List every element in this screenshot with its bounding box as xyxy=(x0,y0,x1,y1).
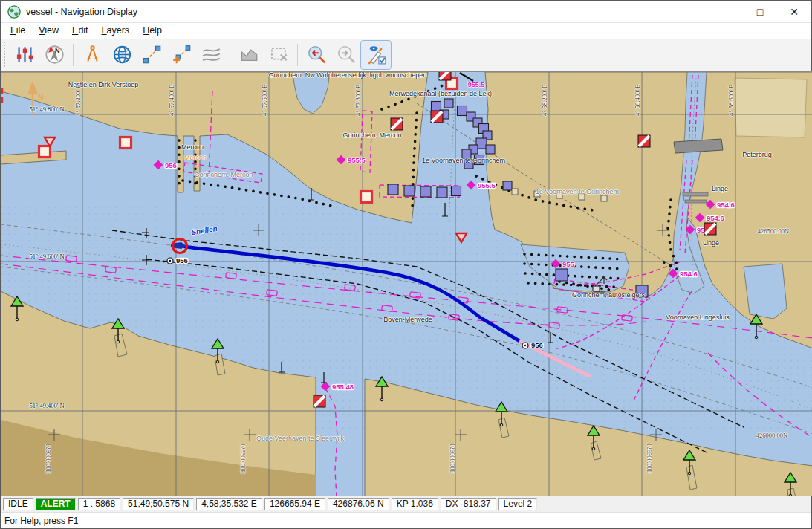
building-square xyxy=(404,186,415,196)
status-field: 426876.06 N xyxy=(328,498,389,510)
menu-item-view[interactable]: View xyxy=(32,24,65,37)
building-square xyxy=(458,106,467,115)
svg-text:955: 955 xyxy=(562,260,575,268)
zoom-previous-button[interactable] xyxy=(302,41,331,69)
white-square-mark xyxy=(361,191,372,202)
building-square xyxy=(636,285,648,297)
help-text: For Help, press F1 xyxy=(1,516,78,526)
menu-item-help[interactable]: Help xyxy=(136,24,169,37)
svg-text:954.6: 954.6 xyxy=(680,270,698,278)
visibility-edit-icon xyxy=(366,45,386,65)
km-circle-mark xyxy=(522,343,528,348)
menu-item-file[interactable]: File xyxy=(4,24,32,37)
striped-square-mark xyxy=(439,72,451,80)
zoom-next-button[interactable] xyxy=(331,41,361,69)
menu-bar: FileViewEditLayersHelp xyxy=(1,23,811,39)
svg-text:956: 956 xyxy=(165,161,177,169)
building-square xyxy=(420,186,431,197)
area-chart-icon xyxy=(239,45,259,65)
building-square xyxy=(556,269,568,281)
linge-lock-gate xyxy=(683,192,708,196)
nautical-chart: N 956955.5955.5954.6954.6954.6954.695595… xyxy=(1,72,812,496)
building-square xyxy=(437,187,447,198)
toolbar-separator xyxy=(230,44,230,66)
divider-caliper-icon xyxy=(82,45,103,65)
close-button[interactable]: ✕ xyxy=(777,1,811,22)
building-square xyxy=(503,181,512,190)
display-filter-button[interactable] xyxy=(361,41,391,69)
linge-lock-gate xyxy=(685,200,707,203)
dry-dock-yard xyxy=(735,78,807,137)
contour-lines-icon xyxy=(201,45,221,65)
toolbar-separator xyxy=(73,44,74,66)
lingesluis-basin xyxy=(744,264,787,319)
building-square xyxy=(486,145,495,154)
striped-square-mark xyxy=(704,223,716,235)
chart-canvas[interactable]: N 956955.5955.5954.6954.6954.6954.695595… xyxy=(1,71,812,496)
select-region-button[interactable] xyxy=(264,41,293,69)
minimize-button[interactable]: – xyxy=(709,1,743,22)
status-field: Level 2 xyxy=(498,498,538,510)
white-square-mark xyxy=(39,146,51,157)
alert-status-badge: ALERT xyxy=(36,498,76,510)
compass-north-icon: N xyxy=(45,45,65,65)
building-square xyxy=(462,149,471,158)
title-bar: vessel - Navigation Display – □ ✕ xyxy=(1,1,811,23)
contour-lines-button[interactable] xyxy=(196,41,226,69)
application-window: vessel - Navigation Display – □ ✕ FileVi… xyxy=(0,0,812,529)
toolbar-grip[interactable] xyxy=(2,42,7,68)
km-circle-mark xyxy=(167,258,173,264)
window-title: vessel - Navigation Display xyxy=(26,7,709,17)
striped-square-mark xyxy=(314,395,325,407)
toolbar-separator xyxy=(297,44,298,66)
status-field: DX -818.37 xyxy=(441,498,496,510)
add-node-button[interactable] xyxy=(166,41,196,69)
add-node-icon xyxy=(172,45,192,65)
maximize-button[interactable]: □ xyxy=(743,1,777,22)
menu-item-edit[interactable]: Edit xyxy=(65,24,95,37)
globe-button[interactable] xyxy=(107,41,137,69)
building-square xyxy=(452,186,461,195)
building-square xyxy=(388,184,398,195)
toolbar: N xyxy=(1,39,811,71)
svg-text:954.6: 954.6 xyxy=(707,214,724,222)
measure-line-icon xyxy=(142,45,162,65)
status-field: 4;58;35.532 E xyxy=(196,498,262,510)
svg-text:N: N xyxy=(55,47,60,54)
north-compass-button[interactable]: N xyxy=(39,41,69,69)
area-chart-button[interactable] xyxy=(234,41,264,69)
building-square xyxy=(475,155,484,164)
status-field: 51;49;50.575 N xyxy=(123,498,194,510)
striped-square-mark xyxy=(431,111,443,123)
svg-text:N: N xyxy=(38,93,44,102)
svg-text:956: 956 xyxy=(531,341,543,349)
zoom-forward-icon xyxy=(337,45,357,65)
divider-tool-button[interactable] xyxy=(77,41,107,69)
help-bar: For Help, press F1 xyxy=(1,512,811,528)
display-settings-button[interactable] xyxy=(10,41,39,69)
svg-text:955.48: 955.48 xyxy=(332,383,354,391)
sliders-icon xyxy=(15,45,35,65)
svg-text:954.6: 954.6 xyxy=(717,201,735,209)
svg-text:955.5: 955.5 xyxy=(478,181,496,189)
striped-square-mark xyxy=(391,118,403,130)
status-field: 1 : 5868 xyxy=(78,498,120,510)
svg-text:956: 956 xyxy=(176,256,188,264)
svg-text:955.5: 955.5 xyxy=(348,156,366,164)
status-field: KP 1.036 xyxy=(392,498,438,510)
status-field: 126665.94 E xyxy=(264,498,325,510)
globe-app-icon xyxy=(7,5,21,19)
measure-line-button[interactable] xyxy=(137,41,166,69)
select-region-icon xyxy=(269,45,289,65)
striped-square-mark xyxy=(638,135,650,147)
building-square xyxy=(444,99,453,108)
zoom-back-icon xyxy=(307,45,327,65)
building-square xyxy=(464,160,473,169)
white-square-mark xyxy=(120,137,131,148)
status-bar: IDLEALERT1 : 586851;49;50.575 N4;58;35.5… xyxy=(1,496,811,512)
menu-item-layers[interactable]: Layers xyxy=(95,24,137,37)
globe-icon xyxy=(112,45,132,65)
status-field: IDLE xyxy=(3,498,33,510)
